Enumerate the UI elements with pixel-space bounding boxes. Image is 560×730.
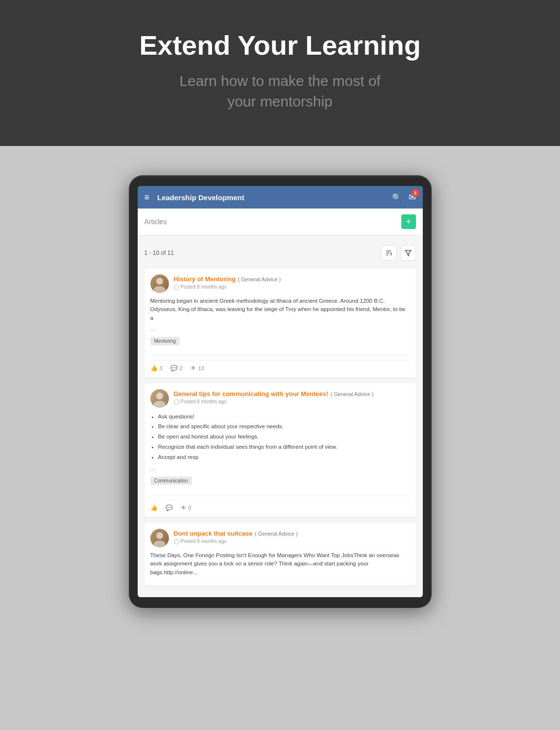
article-posted-1: ◯ Posted 8 months ago xyxy=(174,284,410,290)
article-title-1[interactable]: History of Mentoring xyxy=(174,275,236,283)
article-posted-3: ◯ Posted 8 months ago xyxy=(174,539,410,544)
article-category-2: ( General Advice ) xyxy=(331,391,373,397)
stats-row-2: 👍 💬 👁 0 xyxy=(150,500,410,511)
article-category-3: ( General Advice ) xyxy=(255,531,298,537)
article-title-3[interactable]: Dont unpack that suitcase xyxy=(174,530,253,537)
article-title-2[interactable]: General tips for communicating with your… xyxy=(174,390,329,397)
hamburger-icon[interactable]: ≡ xyxy=(145,192,150,203)
comment-icon-1: 💬 xyxy=(170,365,178,372)
list-item: Ask questions! xyxy=(158,412,410,422)
avatar-2 xyxy=(150,389,169,408)
tablet-device: ≡ Leadership Development 🔍 ✉ 2 Articles … xyxy=(129,175,432,608)
article-card-1: History of Mentoring ( General Advice ) … xyxy=(145,269,416,377)
pagination-bar: 1 - 10 of 11 xyxy=(145,241,416,266)
article-card-2: General tips for communicating with your… xyxy=(145,383,416,517)
article-body-1: Mentoring began in ancient Greek methodo… xyxy=(150,297,410,322)
svg-point-5 xyxy=(154,286,166,293)
svg-marker-3 xyxy=(405,250,411,256)
svg-point-9 xyxy=(154,541,166,547)
article-header-3: Dont unpack that suitcase ( General Advi… xyxy=(150,529,410,547)
app-title: Leadership Development xyxy=(157,193,387,202)
clock-icon-2: ◯ xyxy=(174,399,179,404)
page-title: Extend Your Learning xyxy=(10,29,550,61)
article-header-2: General tips for communicating with your… xyxy=(150,389,410,408)
comments-stat-2: 💬 xyxy=(166,504,173,511)
content-area: 1 - 10 of 11 xyxy=(138,235,423,597)
list-item: Be open and honest about your feelings. xyxy=(158,432,410,442)
device-section: ≡ Leadership Development 🔍 ✉ 2 Articles … xyxy=(0,146,560,627)
clock-icon-3: ◯ xyxy=(174,539,179,544)
list-item: Recognize that each individual sees thin… xyxy=(158,442,410,452)
likes-stat-1: 👍 3 xyxy=(150,365,163,372)
article-category-1: ( General Advice ) xyxy=(238,276,281,282)
card-divider-2 xyxy=(150,495,410,495)
svg-point-6 xyxy=(156,393,163,399)
article-tag-2[interactable]: Communication xyxy=(150,477,192,485)
header-subtitle: Learn how to make the most of your mento… xyxy=(10,71,550,112)
comment-icon-2: 💬 xyxy=(166,504,173,511)
articles-label: Articles xyxy=(145,218,401,226)
article-header-1: History of Mentoring ( General Advice ) … xyxy=(150,274,410,293)
article-card-3: Dont unpack that suitcase ( General Advi… xyxy=(145,523,416,585)
filter-icon-button[interactable] xyxy=(400,245,416,261)
views-stat-1: 👁 13 xyxy=(190,365,204,372)
app-header: ≡ Leadership Development 🔍 ✉ 2 xyxy=(138,186,423,209)
tablet-screen: ≡ Leadership Development 🔍 ✉ 2 Articles … xyxy=(138,186,423,597)
header-icons: 🔍 ✉ 2 xyxy=(392,192,416,203)
article-meta-3: Dont unpack that suitcase ( General Advi… xyxy=(174,529,410,544)
list-item: Accept and resp xyxy=(158,452,410,462)
pagination-text: 1 - 10 of 11 xyxy=(145,250,174,256)
article-ellipsis-2: ... xyxy=(150,465,410,472)
article-list-2: Ask questions! Be clear and specific abo… xyxy=(150,412,410,462)
mail-icon-wrapper[interactable]: ✉ 2 xyxy=(409,192,416,203)
eye-icon-1: 👁 xyxy=(190,365,196,372)
views-stat-2: 👁 0 xyxy=(181,504,191,511)
pagination-icons xyxy=(381,245,416,261)
article-meta-2: General tips for communicating with your… xyxy=(174,389,410,404)
list-item: Be clear and specific about your respect… xyxy=(158,421,410,432)
header-section: Extend Your Learning Learn how to make t… xyxy=(0,0,560,146)
eye-icon-2: 👁 xyxy=(181,504,187,511)
svg-point-4 xyxy=(156,278,163,285)
svg-point-8 xyxy=(156,532,163,539)
likes-stat-2: 👍 xyxy=(150,504,158,511)
article-tag-1[interactable]: Mentoring xyxy=(150,337,180,345)
article-meta-1: History of Mentoring ( General Advice ) … xyxy=(174,274,410,290)
sort-icon-button[interactable] xyxy=(381,245,396,261)
clock-icon-1: ◯ xyxy=(174,284,179,290)
stats-row-1: 👍 3 💬 2 👁 13 xyxy=(150,360,410,372)
svg-point-7 xyxy=(154,401,166,408)
mail-badge: 2 xyxy=(412,189,419,197)
thumbs-up-icon-2: 👍 xyxy=(150,504,158,511)
card-divider-1 xyxy=(150,355,410,355)
comments-stat-1: 💬 2 xyxy=(170,365,183,372)
avatar-3 xyxy=(150,529,169,547)
search-icon[interactable]: 🔍 xyxy=(392,193,402,202)
avatar-1 xyxy=(150,274,169,293)
articles-bar: Articles + xyxy=(138,209,423,235)
article-ellipsis-1: ... xyxy=(150,325,410,332)
add-article-button[interactable]: + xyxy=(401,214,416,229)
article-posted-2: ◯ Posted 8 months ago xyxy=(174,399,410,404)
thumbs-up-icon-1: 👍 xyxy=(150,365,158,372)
article-body-3: These Days, One Foreign Posting Isn't En… xyxy=(150,551,410,577)
